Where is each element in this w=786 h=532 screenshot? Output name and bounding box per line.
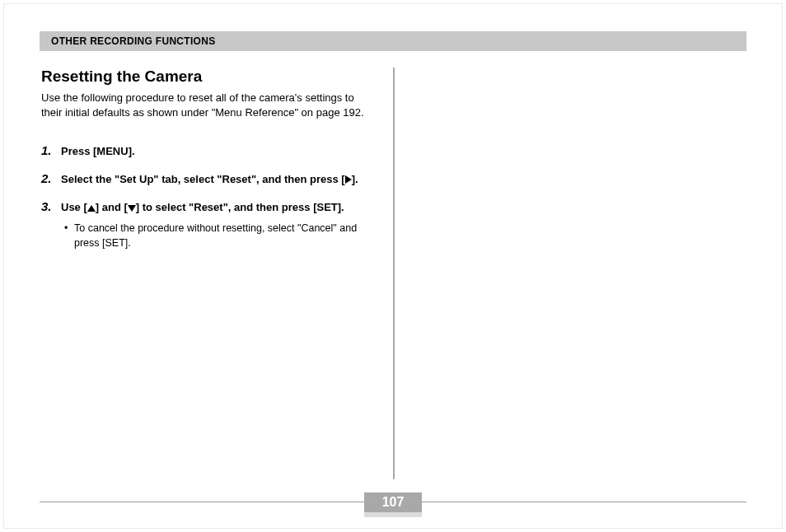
step-title: Use [] and [] to select "Reset", and the… — [61, 201, 344, 213]
step-title: Press [MENU]. — [61, 145, 135, 157]
step-number: 3. — [41, 199, 61, 250]
substep-item: To cancel the procedure without resettin… — [61, 221, 375, 250]
step-item: 3. Use [] and [] to select "Reset", and … — [41, 199, 375, 250]
step-item: 2. Select the "Set Up" tab, select "Rese… — [41, 171, 375, 188]
section-header-bar: OTHER RECORDING FUNCTIONS — [40, 31, 746, 51]
step-number: 2. — [41, 171, 61, 188]
column-divider — [393, 68, 395, 479]
triangle-up-icon — [87, 205, 96, 212]
page-number-underbar — [364, 512, 422, 517]
manual-page: OTHER RECORDING FUNCTIONS Resetting the … — [0, 0, 786, 532]
left-column: Resetting the Camera Use the following p… — [41, 64, 393, 486]
step-body: Press [MENU]. — [61, 143, 375, 160]
triangle-right-icon — [345, 175, 352, 184]
right-column — [393, 64, 745, 486]
section-header-text: OTHER RECORDING FUNCTIONS — [51, 35, 216, 47]
step-title-pre: Select the "Set Up" tab, select "Reset",… — [61, 173, 345, 185]
substep-list: To cancel the procedure without resettin… — [61, 221, 375, 250]
step-item: 1. Press [MENU]. — [41, 143, 375, 160]
triangle-down-icon — [128, 205, 136, 212]
page-number: 107 — [364, 492, 422, 512]
step-title-mid: ] and [ — [96, 201, 128, 213]
step-body: Use [] and [] to select "Reset", and the… — [61, 199, 375, 250]
step-title-post: ] to select "Reset", and then press [SET… — [136, 201, 344, 213]
step-number: 1. — [41, 143, 61, 160]
section-intro: Use the following procedure to reset all… — [41, 91, 375, 120]
step-title-post: ]. — [352, 173, 358, 185]
step-body: Select the "Set Up" tab, select "Reset",… — [61, 171, 375, 188]
step-title: Select the "Set Up" tab, select "Reset",… — [61, 173, 358, 185]
page-number-text: 107 — [382, 495, 405, 510]
step-title-pre: Use [ — [61, 201, 87, 213]
step-list: 1. Press [MENU]. 2. Select the "Set Up" … — [41, 143, 375, 250]
section-heading: Resetting the Camera — [41, 68, 375, 86]
